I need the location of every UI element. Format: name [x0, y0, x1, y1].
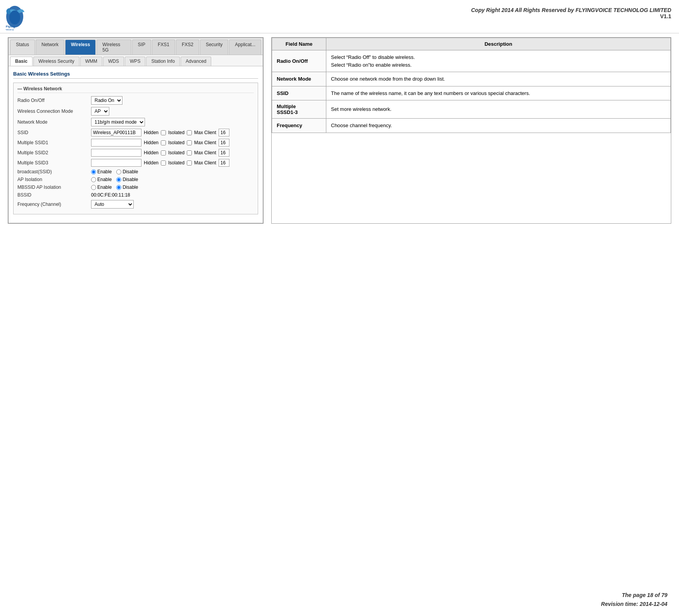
radio-enable-broadcast-input[interactable] — [91, 169, 96, 174]
subtab-wds[interactable]: WDS — [103, 57, 124, 66]
tab-status[interactable]: Status — [10, 40, 35, 55]
field-ap-isolation: AP Isolation Enable Disable — [17, 177, 254, 182]
input-multiple-ssid2[interactable] — [91, 149, 141, 157]
field-frequency: Frequency (Channel) Auto — [17, 200, 254, 209]
table-row-network-mode: Network Mode Choose one network mode fro… — [272, 72, 671, 86]
page-header: Flying Voice Voice over IP Copy Right 20… — [0, 0, 679, 33]
label-frequency: Frequency (Channel) — [17, 202, 91, 207]
check-hidden-ssid1[interactable] — [161, 140, 166, 145]
desc-ssid: The name of the wireless name, it can be… — [326, 86, 671, 100]
label-multiple-ssid1: Multiple SSID1 — [17, 140, 91, 145]
tab-sip[interactable]: SIP — [132, 40, 151, 55]
select-network-mode[interactable]: 11b/g/n mixed mode — [91, 118, 145, 126]
radio-disable-ap-isolation[interactable]: Disable — [116, 177, 138, 182]
check-isolated-ssid2[interactable] — [187, 150, 192, 155]
subtab-station-info[interactable]: Station Info — [146, 57, 180, 66]
svg-point-1 — [9, 10, 20, 24]
svg-text:Voice: Voice — [6, 28, 14, 30]
field-network-mode: Network Mode 11b/g/n mixed mode — [17, 118, 254, 126]
hidden-label-ssid2: Hidden — [144, 150, 159, 155]
table-row-ssid: SSID The name of the wireless name, it c… — [272, 86, 671, 100]
max-client-label-ssid2: Max Client — [194, 150, 216, 155]
radio-enable-mbssid-input[interactable] — [91, 185, 96, 190]
tab-network[interactable]: Network — [36, 40, 64, 55]
svg-text:Flying: Flying — [6, 25, 15, 28]
radio-enable-ap-isolation[interactable]: Enable — [91, 177, 112, 182]
field-broadcast-ssid: broadcast(SSID) Enable Disable — [17, 169, 254, 174]
select-radio-onoff[interactable]: Radio On Radio Off — [91, 96, 122, 105]
isolated-label-ssid1: Isolated — [168, 140, 184, 145]
check-isolated-ssid[interactable] — [187, 130, 192, 135]
check-isolated-ssid1[interactable] — [187, 140, 192, 145]
select-wireless-connection-mode[interactable]: AP — [91, 107, 109, 116]
section-title: Basic Wireless Settings — [13, 71, 258, 79]
table-row-frequency: Frequency Choose channel frequency. — [272, 119, 671, 133]
subtab-wps[interactable]: WPS — [125, 57, 145, 66]
hidden-label-ssid3: Hidden — [144, 160, 159, 166]
subsection-dash: — — [17, 86, 23, 91]
subsection-box: — Wireless Network Radio On/Off Radio On… — [13, 83, 258, 214]
subtab-wmm[interactable]: WMM — [80, 57, 102, 66]
radio-disable-broadcast-input[interactable] — [116, 169, 121, 174]
tab-fxs1[interactable]: FXS1 — [152, 40, 175, 55]
radio-disable-ap-isolation-input[interactable] — [116, 177, 121, 182]
subtab-wireless-security[interactable]: Wireless Security — [33, 57, 79, 66]
table-header-desc: Description — [326, 38, 671, 50]
radio-disable-broadcast[interactable]: Disable — [116, 169, 138, 174]
tab-wireless[interactable]: Wireless — [65, 40, 96, 55]
header-right: Copy Right 2014 All Rights Reserved by F… — [46, 3, 671, 19]
radio-disable-mbssid-input[interactable] — [116, 185, 121, 190]
table-row-multiple-sssd: MultipleSSSD1-3 Set more wireless networ… — [272, 100, 671, 119]
desc-frequency: Choose channel frequency. — [326, 119, 671, 133]
label-broadcast-ssid: broadcast(SSID) — [17, 169, 91, 174]
tab-security[interactable]: Security — [200, 40, 228, 55]
label-multiple-ssid2: Multiple SSID2 — [17, 150, 91, 155]
tab-applicat[interactable]: Applicat... — [229, 40, 261, 55]
field-multiple-ssid1: Multiple SSID1 Hidden Isolated Max Clien… — [17, 139, 254, 147]
check-hidden-ssid3[interactable] — [161, 160, 166, 166]
select-frequency[interactable]: Auto — [91, 200, 134, 209]
input-max-client-ssid2[interactable] — [219, 149, 229, 157]
tab-fxs2[interactable]: FXS2 — [176, 40, 199, 55]
input-multiple-ssid3[interactable] — [91, 159, 141, 167]
input-ssid[interactable] — [91, 129, 141, 136]
check-hidden-ssid2[interactable] — [161, 150, 166, 155]
main-content: Status Network Wireless Wireless 5G SIP … — [0, 33, 679, 228]
field-multiple-ssid2: Multiple SSID2 Hidden Isolated Max Clien… — [17, 149, 254, 157]
check-hidden-ssid[interactable] — [161, 130, 166, 135]
input-multiple-ssid1[interactable] — [91, 139, 141, 147]
field-bssid: BSSID 00:0C:FE:00:11:18 — [17, 192, 254, 198]
table-header-field: Field Name — [272, 38, 326, 50]
value-bssid: 00:0C:FE:00:11:18 — [91, 192, 130, 198]
label-mbssid-ap-isolation: MBSSID AP Isolation — [17, 185, 91, 190]
desc-multiple-sssd: Set more wireless network. — [326, 100, 671, 119]
tab-wireless5g[interactable]: Wireless 5G — [97, 40, 131, 55]
label-wireless-connection-mode: Wireless Connection Mode — [17, 109, 91, 114]
ssid3-controls: Hidden Isolated Max Client — [91, 159, 229, 167]
radio-enable-mbssid[interactable]: Enable — [91, 185, 112, 190]
input-max-client-ssid1[interactable] — [219, 139, 229, 147]
label-network-mode: Network Mode — [17, 119, 91, 125]
subtab-advanced[interactable]: Advanced — [181, 57, 211, 66]
radio-enable-broadcast[interactable]: Enable — [91, 169, 112, 174]
radio-broadcast-ssid: Enable Disable — [91, 169, 138, 174]
radio-enable-ap-isolation-input[interactable] — [91, 177, 96, 182]
desc-radio-onoff: Select “Radio Off” to disable wireless. … — [326, 50, 671, 72]
subsection-header: — Wireless Network — [17, 86, 254, 93]
hidden-label-ssid: Hidden — [144, 130, 159, 135]
nav-bar2: Basic Wireless Security WMM WDS WPS Stat… — [9, 55, 263, 66]
label-multiple-ssid3: Multiple SSID3 — [17, 160, 91, 166]
max-client-label-ssid1: Max Client — [194, 140, 216, 145]
check-isolated-ssid3[interactable] — [187, 160, 192, 166]
ssid2-controls: Hidden Isolated Max Client — [91, 149, 229, 157]
input-max-client-ssid3[interactable] — [219, 159, 229, 167]
version-text: V1.1 — [46, 13, 671, 19]
description-table-wrap: Field Name Description Radio On/Off Sele… — [271, 37, 671, 224]
radio-disable-mbssid[interactable]: Disable — [116, 185, 138, 190]
input-max-client-ssid[interactable] — [219, 129, 229, 136]
label-ssid: SSID — [17, 130, 91, 135]
copyright-text: Copy Right 2014 All Rights Reserved by F… — [46, 7, 671, 13]
table-row-radio-onoff: Radio On/Off Select “Radio Off” to disab… — [272, 50, 671, 72]
field-name-multiple-sssd: MultipleSSSD1-3 — [272, 100, 326, 119]
subtab-basic[interactable]: Basic — [10, 57, 33, 66]
